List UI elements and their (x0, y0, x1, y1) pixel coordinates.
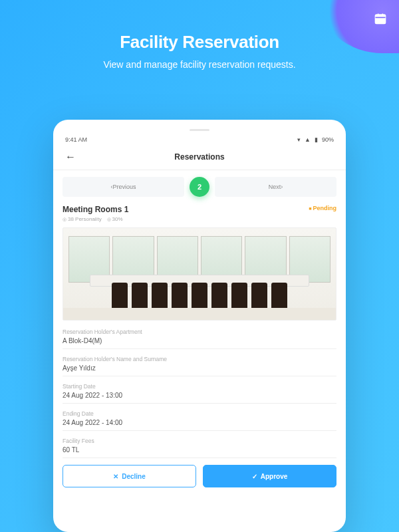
svg-point-7 (378, 21, 379, 23)
battery-percent: 90% (322, 136, 334, 143)
start-date-value: 24 Aug 2022 - 13:00 (63, 392, 336, 404)
room-occupancy: 30% (107, 216, 123, 222)
next-button[interactable]: Next › (215, 177, 336, 197)
svg-point-4 (378, 19, 379, 21)
battery-icon: ▮ (315, 136, 318, 143)
close-icon: ✕ (113, 473, 118, 480)
end-date-value: 24 Aug 2022 - 14:00 (63, 419, 336, 431)
svg-point-9 (382, 21, 384, 23)
svg-point-8 (380, 21, 381, 23)
previous-button[interactable]: ‹ Previous (63, 177, 184, 197)
approve-label: Approve (261, 473, 288, 480)
page-badge: 2 (190, 177, 209, 197)
room-photo (63, 227, 336, 321)
status-bar: 9:41 AM ▾ ▲ ▮ 90% (63, 136, 336, 150)
decline-label: Decline (122, 473, 146, 480)
chevron-right-icon: › (281, 184, 283, 190)
page-title: Reservations (78, 152, 321, 162)
status-time: 9:41 AM (65, 136, 87, 143)
device-notch (190, 129, 209, 131)
apartment-label: Reservation Holder's Apartment (63, 329, 336, 335)
decline-button[interactable]: ✕ Decline (63, 465, 196, 487)
next-label: Next (269, 184, 281, 190)
hero-subtitle: View and manage facility reservation req… (0, 59, 399, 70)
svg-point-5 (380, 19, 381, 21)
calendar-icon (374, 12, 387, 28)
start-date-label: Starting Date (63, 383, 336, 390)
holder-name-label: Reservation Holder's Name and Surname (63, 356, 336, 362)
apartment-value: A Blok-D4(M) (63, 337, 336, 349)
holder-name-value: Ayşe Yıldız (63, 364, 336, 376)
status-badge: Pending (309, 205, 336, 211)
check-icon: ✓ (252, 473, 257, 480)
wifi-icon: ▾ (297, 136, 301, 143)
back-button[interactable]: ← (65, 151, 78, 163)
end-date-label: Ending Date (63, 410, 336, 417)
signal-icon: ▲ (305, 136, 311, 143)
room-capacity: 38 Personality (63, 216, 102, 222)
room-title: Meeting Rooms 1 (63, 205, 128, 214)
approve-button[interactable]: ✓ Approve (203, 465, 336, 487)
device-frame: 9:41 AM ▾ ▲ ▮ 90% ← Reservations ‹ Previ… (53, 120, 346, 532)
previous-label: Previous (112, 184, 136, 190)
svg-point-6 (382, 19, 384, 21)
fee-value: 60 TL (63, 446, 336, 458)
fee-label: Facility Fees (63, 438, 336, 444)
